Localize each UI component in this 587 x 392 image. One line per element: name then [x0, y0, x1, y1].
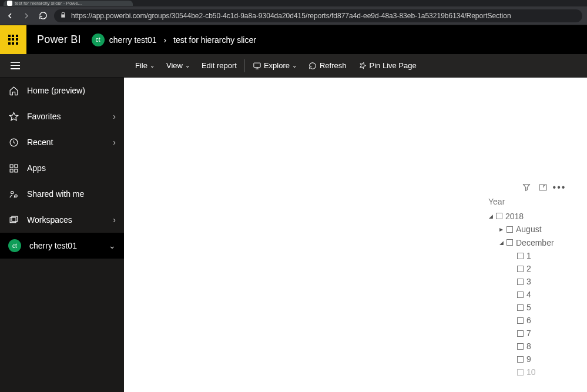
sidebar-item-current-workspace[interactable]: ct cherry test01 ⌄ — [0, 233, 124, 259]
checkbox[interactable] — [496, 213, 502, 219]
refresh-label: Refresh — [320, 61, 347, 70]
checkbox[interactable] — [517, 317, 524, 324]
view-menu[interactable]: View ⌄ — [160, 54, 196, 78]
filter-icon[interactable] — [521, 182, 532, 193]
refresh-icon — [308, 61, 317, 70]
tree-row-month-expanded[interactable]: December — [488, 236, 554, 249]
brand: Power BI — [37, 33, 81, 46]
star-icon — [8, 111, 19, 122]
chevron-right-icon: › — [113, 138, 116, 147]
sidebar-item-shared[interactable]: Shared with me — [0, 181, 124, 207]
caret-expanded-icon[interactable] — [499, 236, 504, 249]
file-menu[interactable]: File ⌄ — [129, 54, 160, 78]
tree-row-day[interactable]: 1 — [488, 249, 554, 262]
file-label: File — [135, 61, 147, 70]
hamburger-button[interactable] — [5, 62, 26, 69]
tree-row-day[interactable]: 5 — [488, 301, 554, 314]
tree-row-day[interactable]: 6 — [488, 314, 554, 327]
checkbox[interactable] — [517, 266, 524, 272]
tree-row-year[interactable]: 2018 — [488, 209, 554, 223]
explore-icon — [253, 61, 261, 70]
breadcrumb-workspace[interactable]: cherry test01 — [109, 35, 157, 45]
slicer-title: Year — [488, 197, 554, 206]
sidebar-item-label: Recent — [27, 138, 53, 147]
edit-report-button[interactable]: Edit report — [196, 54, 243, 78]
checkbox[interactable] — [517, 304, 524, 311]
checkbox[interactable] — [517, 292, 524, 298]
workspaces-icon — [8, 215, 19, 225]
tree-row-day[interactable]: 4 — [488, 288, 554, 301]
sidebar-item-label: Workspaces — [27, 215, 72, 225]
pin-live-page-button[interactable]: Pin Live Page — [353, 54, 422, 78]
checkbox[interactable] — [517, 279, 524, 285]
workspace-badge: ct — [8, 239, 21, 252]
checkbox[interactable] — [517, 330, 524, 337]
svg-rect-3 — [14, 165, 17, 167]
tree-label: December — [516, 236, 554, 249]
sidebar-item-home[interactable]: Home (preview) — [0, 78, 124, 103]
url-text: https://app.powerbi.com/groups/30544be2-… — [71, 12, 511, 20]
tree-row-day[interactable]: 3 — [488, 275, 554, 288]
back-button[interactable] — [5, 11, 15, 21]
forward-button[interactable] — [21, 11, 32, 21]
checkbox[interactable] — [507, 226, 513, 233]
checkbox[interactable] — [517, 369, 524, 376]
tree-row-day[interactable]: 10 — [488, 366, 554, 378]
edit-label: Edit report — [202, 61, 237, 70]
sidebar-item-workspaces[interactable]: Workspaces › — [0, 207, 124, 233]
chevron-down-icon: ⌄ — [292, 63, 297, 69]
tree-label: 2 — [526, 262, 531, 275]
checkbox[interactable] — [507, 239, 513, 246]
refresh-button[interactable]: Refresh — [303, 54, 353, 78]
chevron-right-icon: › — [113, 112, 116, 121]
tree-label: 6 — [526, 314, 531, 327]
tree-row-day[interactable]: 7 — [488, 327, 554, 340]
checkbox[interactable] — [517, 343, 524, 350]
checkbox[interactable] — [517, 356, 524, 363]
svg-rect-2 — [10, 165, 13, 167]
chevron-down-icon: ⌄ — [150, 63, 155, 69]
caret-collapsed-icon[interactable] — [499, 223, 504, 236]
report-toolbar: File ⌄ View ⌄ Edit report Explore ⌄ Refr… — [0, 54, 587, 78]
tree-label: 7 — [526, 327, 531, 340]
focus-mode-icon[interactable] — [538, 182, 548, 193]
svg-point-6 — [11, 191, 13, 193]
chevron-down-icon: ⌄ — [109, 241, 116, 250]
hierarchy-slicer[interactable]: Year 2018 August December 12345678910 — [488, 197, 554, 378]
svg-rect-9 — [11, 216, 17, 222]
reload-button[interactable] — [38, 11, 48, 21]
chevron-down-icon: ⌄ — [185, 63, 190, 69]
breadcrumb: cherry test01 › test for hierarchy slice… — [109, 35, 256, 45]
browser-tabstrip: test for hierarchy slicer - Powe... — [0, 0, 587, 6]
sidebar-item-recent[interactable]: Recent › — [0, 129, 124, 155]
svg-rect-4 — [10, 169, 13, 172]
sidebar-item-label: Home (preview) — [27, 86, 85, 95]
app-shell: Home (preview) Favorites › Recent › Apps — [0, 78, 587, 392]
pbi-header: Power BI ct cherry test01 › test for hie… — [0, 25, 587, 54]
caret-expanded-icon[interactable] — [488, 209, 493, 223]
browser-toolbar: https://app.powerbi.com/groups/30544be2-… — [0, 6, 587, 25]
explore-menu[interactable]: Explore ⌄ — [247, 54, 303, 78]
breadcrumb-report[interactable]: test for hierarchy slicer — [173, 35, 256, 45]
sidebar-item-apps[interactable]: Apps — [0, 155, 124, 181]
workspace-badge: ct — [92, 33, 105, 46]
tree-label: 4 — [526, 288, 531, 301]
hamburger-icon — [11, 62, 20, 69]
more-icon[interactable]: ••• — [554, 182, 565, 193]
tree-row-day[interactable]: 9 — [488, 353, 554, 366]
browser-tab[interactable]: test for hierarchy slicer - Powe... — [4, 1, 133, 6]
tree-row-day[interactable]: 2 — [488, 262, 554, 275]
tree-row-month-collapsed[interactable]: August — [488, 223, 554, 236]
waffle-icon — [8, 35, 19, 45]
tree-row-day[interactable]: 8 — [488, 340, 554, 353]
shared-icon — [8, 189, 19, 199]
sidebar-item-favorites[interactable]: Favorites › — [0, 103, 124, 129]
sidebar: Home (preview) Favorites › Recent › Apps — [0, 78, 124, 392]
svg-rect-8 — [10, 217, 16, 223]
address-bar[interactable]: https://app.powerbi.com/groups/30544be2-… — [54, 9, 582, 22]
apps-icon — [8, 163, 19, 173]
app-launcher-button[interactable] — [0, 25, 26, 54]
svg-rect-10 — [539, 185, 546, 190]
sidebar-item-label: cherry test01 — [29, 241, 77, 250]
checkbox[interactable] — [517, 253, 524, 259]
